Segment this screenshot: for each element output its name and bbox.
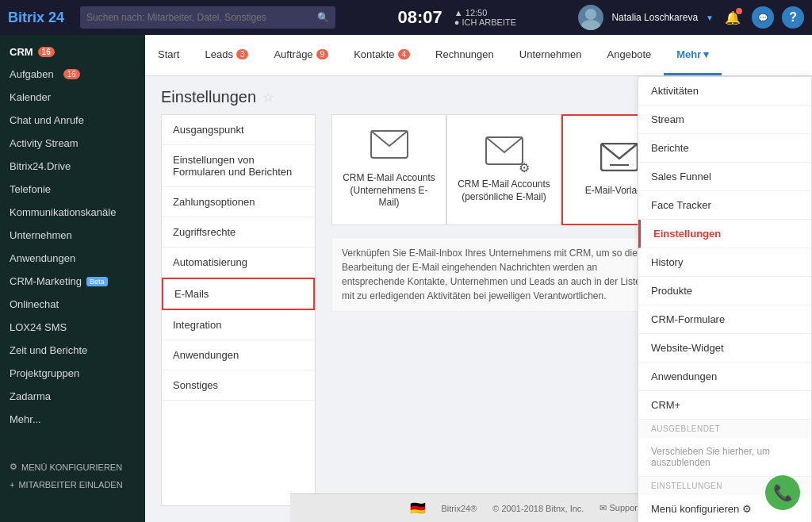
gear-overlay-icon: ⚙ <box>519 160 530 175</box>
sidebar-item-zeit[interactable]: Zeit und Berichte <box>0 339 145 362</box>
gear-icon: ⚙ <box>10 462 17 472</box>
dropdown-crm-formulare[interactable]: CRM-Formulare <box>638 305 811 334</box>
status-info: ▲ 12:50 ● ICH ARBEITE <box>454 8 516 27</box>
dropdown-anwendungen[interactable]: Anwendungen <box>638 363 811 391</box>
user-dropdown-icon[interactable]: ▼ <box>706 13 714 22</box>
menu-formulare-berichte[interactable]: Einstellungen von Formularen und Bericht… <box>162 145 315 187</box>
sidebar-item-zadarma[interactable]: Zadarma <box>0 385 145 408</box>
nav-rechnungen[interactable]: Rechnungen <box>423 35 507 75</box>
dropdown-face-tracker[interactable]: Face Tracker <box>638 191 811 220</box>
sidebar-crm[interactable]: CRM 16 <box>0 41 145 63</box>
menu-automatisierung[interactable]: Automatisierung <box>162 248 315 278</box>
mehr-dropdown: Aktivitäten Stream Berichte Sales Funnel… <box>638 76 812 522</box>
sidebar-item-kalender[interactable]: Kalender <box>0 86 145 109</box>
flag-icon[interactable]: 🇩🇪 <box>410 501 426 516</box>
dropdown-stream[interactable]: Stream <box>638 106 811 134</box>
sidebar-item-mehr[interactable]: Mehr... <box>0 408 145 431</box>
nav-unternehmen[interactable]: Unternehmen <box>507 35 595 75</box>
email-company-icon <box>370 130 408 166</box>
content-area: Start Leads 3 Aufträge 9 Kontakte 4 Rech… <box>145 35 812 522</box>
auftraege-badge: 9 <box>316 49 329 59</box>
nav-bar: Start Leads 3 Aufträge 9 Kontakte 4 Rech… <box>145 35 812 76</box>
sidebar-item-crm-marketing[interactable]: CRM-Marketing Beta <box>0 270 145 293</box>
sidebar-item-telefonie[interactable]: Telefonie <box>0 178 145 201</box>
beta-badge: Beta <box>86 277 108 286</box>
dropdown-crm-plus[interactable]: CRM+ <box>638 391 811 420</box>
favorite-star-icon[interactable]: ☆ <box>262 90 274 105</box>
dropdown-aktivitaeten[interactable]: Aktivitäten <box>638 77 811 106</box>
search-input[interactable] <box>86 12 317 23</box>
menu-anwendungen[interactable]: Anwendungen <box>162 340 315 370</box>
footer-brand: Bitrix24® <box>442 504 477 513</box>
crm-email-company-label: CRM E-Mail Accounts (Unternehmens E-Mail… <box>340 172 438 209</box>
crm-email-company-card[interactable]: CRM E-Mail Accounts (Unternehmens E-Mail… <box>331 114 446 225</box>
search-icon: 🔍 <box>317 12 329 23</box>
invite-employee-button[interactable]: + MITARBEITER EINLADEN <box>0 476 145 493</box>
svg-point-1 <box>581 20 600 30</box>
nav-start[interactable]: Start <box>145 35 192 75</box>
email-personal-icon: ⚙ <box>485 136 523 172</box>
menu-emails[interactable]: E-Mails <box>162 278 315 310</box>
clock-display: 08:07 <box>398 7 442 28</box>
dropdown-berichte[interactable]: Berichte <box>638 134 811 163</box>
dropdown-sales-funnel[interactable]: Sales Funnel <box>638 163 811 191</box>
page-title: Einstellungen <box>161 88 256 106</box>
menu-sonstiges[interactable]: Sonstiges <box>162 370 315 401</box>
sidebar-item-projektgruppen[interactable]: Projektgruppen <box>0 362 145 385</box>
plus-icon: + <box>10 480 14 489</box>
aufgaben-badge: 16 <box>63 69 80 79</box>
top-center: 08:07 ▲ 12:50 ● ICH ARBEITE <box>335 7 578 28</box>
sidebar-item-aufgaben[interactable]: Aufgaben 16 <box>0 63 145 86</box>
section-ausgeblendet: AUSGEBLENDET <box>638 420 811 438</box>
sidebar-item-chat[interactable]: Chat und Anrufe <box>0 109 145 132</box>
chevron-down-icon: ▾ <box>703 48 709 60</box>
nav-kontakte[interactable]: Kontakte 4 <box>341 35 423 75</box>
help-icon[interactable]: ? <box>782 6 804 29</box>
menu-zugriffsrechte[interactable]: Zugriffsrechte <box>162 217 315 248</box>
nav-auftraege[interactable]: Aufträge 9 <box>261 35 341 75</box>
svg-text:💬: 💬 <box>758 13 768 23</box>
user-name[interactable]: Natalia Loschkareva <box>611 12 698 23</box>
kontakte-badge: 4 <box>398 49 411 59</box>
sidebar-item-lox24[interactable]: LOX24 SMS <box>0 316 145 339</box>
menu-zahlungsoptionen[interactable]: Zahlungsoptionen <box>162 187 315 217</box>
menu-ausgangspunkt[interactable]: Ausgangspunkt <box>162 115 315 145</box>
sidebar-item-onlinechat[interactable]: Onlinechat <box>0 293 145 316</box>
hidden-placeholder: Verschieben Sie hierher, um auszublenden <box>638 438 811 477</box>
email-vorlagen-icon <box>600 143 638 178</box>
nav-leads[interactable]: Leads 3 <box>192 35 261 75</box>
dropdown-produkte[interactable]: Produkte <box>638 277 811 305</box>
top-right: Natalia Loschkareva ▼ 🔔 💬 ? <box>578 5 804 30</box>
crm-email-personal-label: CRM E-Mail Accounts (persönliche E-Mail) <box>455 178 553 203</box>
avatar <box>578 5 603 30</box>
main-layout: CRM 16 Aufgaben 16 Kalender Chat und Anr… <box>0 35 812 522</box>
sidebar-item-unternehmen[interactable]: Unternehmen <box>0 224 145 247</box>
svg-point-0 <box>585 9 596 20</box>
sidebar-item-drive[interactable]: Bitrix24.Drive <box>0 155 145 178</box>
leads-badge: 3 <box>236 49 249 59</box>
description-text: Verknüpfen Sie E-Mail-Inbox Ihres Untern… <box>331 237 665 312</box>
phone-fab-button[interactable]: 📞 <box>765 475 800 510</box>
dropdown-einstellungen[interactable]: Einstellungen <box>638 220 811 248</box>
crm-email-personal-card[interactable]: ⚙ CRM E-Mail Accounts (persönliche E-Mai… <box>446 114 561 225</box>
nav-angebote[interactable]: Angebote <box>595 35 665 75</box>
sidebar-item-kommunikation[interactable]: Kommunikationskanäle <box>0 201 145 224</box>
dropdown-website-widget[interactable]: Website-Widget <box>638 334 811 363</box>
dropdown-history[interactable]: History <box>638 248 811 277</box>
crm-badge: 16 <box>38 47 55 57</box>
chat-icon[interactable]: 💬 <box>752 6 774 29</box>
settings-left-menu: Ausgangspunkt Einstellungen von Formular… <box>161 114 316 506</box>
nav-mehr[interactable]: Mehr ▾ <box>664 35 722 75</box>
menu-integration[interactable]: Integration <box>162 310 315 340</box>
footer-copyright: © 2001-2018 Bitnx, Inc. <box>492 504 584 513</box>
sidebar-bottom: ⚙ MENÜ KONFIGURIEREN + MITARBEITER EINLA… <box>0 458 145 493</box>
sidebar: CRM 16 Aufgaben 16 Kalender Chat und Anr… <box>0 35 145 522</box>
menu-configure-button[interactable]: ⚙ MENÜ KONFIGURIEREN <box>0 458 145 476</box>
search-bar[interactable]: 🔍 <box>80 6 335 29</box>
sidebar-item-activity-stream[interactable]: Activity Stream <box>0 132 145 155</box>
sidebar-item-anwendungen[interactable]: Anwendungen <box>0 247 145 270</box>
top-bar: Bitrix 24 🔍 08:07 ▲ 12:50 ● ICH ARBEITE … <box>0 0 812 35</box>
logo: Bitrix 24 <box>8 10 64 26</box>
notification-bell-icon[interactable]: 🔔 <box>722 6 744 29</box>
